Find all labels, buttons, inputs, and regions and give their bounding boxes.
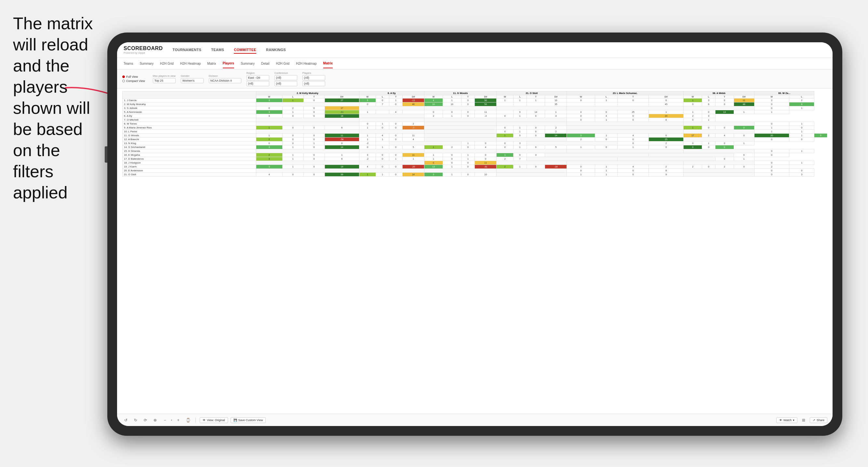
cell: 1 — [425, 145, 443, 149]
cell: 45 — [649, 102, 683, 106]
matrix-table: 2. M Kelly Mulcahy 6. A Dy 11. G Woods 2… — [122, 91, 827, 177]
view-original-button[interactable]: 👁 View: Original — [200, 417, 228, 423]
division-select[interactable]: NCAA Division II NCAA Division I NCAA Di… — [209, 78, 241, 83]
share-button[interactable]: ↗ Share — [810, 417, 827, 423]
cell: 1 — [684, 126, 702, 130]
col-m-kelly: 2. M Kelly Mulcahy — [256, 91, 359, 95]
redo-button[interactable]: ↻ — [132, 416, 139, 424]
region-sub-select[interactable]: (All) — [247, 81, 269, 86]
players-sub-select[interactable]: (All) — [303, 81, 325, 86]
cell: 3 — [256, 145, 282, 149]
cell — [425, 134, 497, 137]
cell: 2 — [684, 114, 702, 118]
cell: 0 — [513, 134, 527, 137]
zoom-plus-button[interactable]: + — [175, 416, 182, 424]
nav-teams[interactable]: TEAMS — [211, 46, 224, 54]
full-view-radio[interactable] — [122, 75, 125, 78]
save-custom-button[interactable]: 💾 Save Custom View — [230, 417, 266, 423]
cell: 0 — [303, 157, 324, 161]
cell: 4 — [256, 173, 282, 177]
cell: 0 — [389, 137, 403, 142]
compact-view-option[interactable]: Compact View — [122, 80, 145, 83]
cell: 3 — [513, 142, 527, 145]
nav-tournaments[interactable]: TOURNAMENTS — [173, 46, 202, 54]
cell: 4 — [425, 98, 443, 102]
cell: 0 — [754, 106, 789, 110]
cell: 3 — [789, 173, 814, 177]
cell: 1 — [789, 106, 814, 110]
conference-sub-select[interactable]: (All) — [275, 81, 297, 86]
cell: 14 — [527, 110, 545, 114]
compact-view-radio[interactable] — [122, 80, 125, 82]
matrix-table-wrapper[interactable]: 2. M Kelly Mulcahy 6. A Dy 11. G Woods 2… — [117, 89, 833, 414]
cell — [359, 169, 424, 173]
subnav-matrix2[interactable]: Matrix — [323, 59, 333, 68]
cell: 6 — [324, 126, 359, 130]
cell: 0 — [303, 145, 324, 149]
subnav-matrix[interactable]: Matrix — [207, 59, 216, 68]
max-players-select[interactable]: Top 25 Top 50 All — [153, 78, 176, 83]
player-name: 3. S Jelinek — [123, 106, 256, 110]
clock-button[interactable]: ⌚ — [184, 416, 191, 424]
cell — [684, 137, 754, 142]
cell — [359, 149, 424, 153]
cell: 4 — [618, 165, 649, 169]
cell: 0 — [497, 145, 513, 149]
cell: 40 — [403, 102, 425, 106]
cell: 1 — [256, 134, 282, 137]
ostoll-t: T — [527, 95, 545, 98]
table-row: 1. J Garcia 3 1 0 27 3 0 1 -11 4 1 — [123, 98, 827, 102]
cell: 0 — [461, 161, 474, 165]
cell: 35 — [545, 102, 567, 106]
nav-rankings[interactable]: RANKINGS — [266, 46, 286, 54]
cell: 1 — [618, 145, 649, 149]
subnav-h2hgrid[interactable]: H2H Grid — [160, 59, 174, 68]
cell: 2 — [256, 153, 282, 157]
cell: 0 — [282, 126, 303, 130]
players-select[interactable]: (All) — [303, 75, 325, 80]
refresh-button[interactable]: ⟳ — [142, 416, 149, 424]
cell: 1 — [443, 98, 461, 102]
cell: 11 — [475, 110, 497, 114]
subnav-detail[interactable]: Detail — [261, 59, 270, 68]
cell: 1 — [595, 134, 618, 137]
cell: 10 — [443, 102, 461, 106]
player-name: 19. J Karrh — [123, 165, 256, 169]
cell: 1 — [567, 145, 595, 149]
cell: 0 — [527, 145, 545, 149]
zoom-minus-button[interactable]: − — [161, 416, 168, 424]
subnav-summary[interactable]: Summary — [140, 59, 154, 68]
undo-button[interactable]: ↺ — [122, 416, 129, 424]
gender-filter: Gender Women's Men's — [181, 74, 204, 83]
cell: 0 — [527, 165, 545, 169]
subnav-teams[interactable]: Teams — [124, 59, 133, 68]
nav-committee[interactable]: COMMITTEE — [234, 46, 256, 54]
full-view-option[interactable]: Full View — [122, 75, 145, 79]
region-select[interactable]: East - DII West - DII South - DII — [247, 75, 269, 80]
region-filter: Region East - DII West - DII South - DII… — [247, 71, 269, 86]
search-button[interactable]: ⊕ — [152, 416, 159, 424]
conference-select[interactable]: (All) — [275, 75, 297, 80]
cell: 10 — [545, 98, 567, 102]
subnav-h2hheatmap[interactable]: H2H Heatmap — [180, 59, 201, 68]
cell: 0 — [754, 122, 789, 126]
cell: 0 — [702, 126, 715, 130]
cell: 3 — [359, 153, 376, 157]
subnav-h2hheatmap2[interactable]: H2H Heatmap — [296, 59, 316, 68]
cell: 3 — [256, 114, 282, 118]
cell: 14 — [324, 145, 359, 149]
ostoll-w: W — [497, 95, 513, 98]
ady-l: L — [376, 95, 389, 98]
grid-button[interactable]: ⊞ — [800, 416, 807, 424]
cell: 4 — [567, 110, 595, 114]
cell: 0 — [595, 145, 618, 149]
cell: 0 — [497, 114, 513, 118]
cell — [567, 126, 684, 130]
cell: 1 — [359, 134, 376, 137]
watch-button[interactable]: 👁 Watch ▾ — [776, 417, 798, 423]
gender-select[interactable]: Women's Men's — [181, 78, 204, 83]
subnav-players[interactable]: Players — [223, 59, 235, 68]
subnav-h2hgrid2[interactable]: H2H Grid — [276, 59, 290, 68]
subnav-summary2[interactable]: Summary — [241, 59, 255, 68]
cell: 2 — [425, 114, 443, 118]
